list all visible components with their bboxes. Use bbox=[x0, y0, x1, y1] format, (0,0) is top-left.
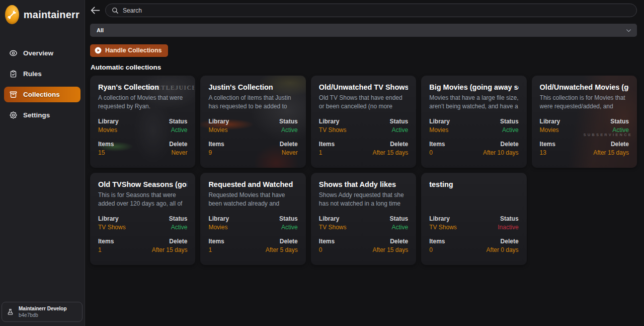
items-value: 1 bbox=[319, 149, 364, 156]
collection-card-old-tvshow-seasons[interactable]: Old TVShow Seasons (going aw This is for… bbox=[90, 173, 195, 265]
library-label: Library bbox=[540, 118, 585, 125]
items-value: 1 bbox=[98, 246, 143, 253]
card-description: Old TV Shows that have ended or been can… bbox=[319, 94, 408, 110]
delete-value: After 15 days bbox=[143, 246, 188, 253]
card-title: Big Movies (going away soon) bbox=[429, 83, 518, 91]
library-label: Library bbox=[208, 118, 253, 125]
library-value: TV Shows bbox=[98, 224, 143, 231]
filter-selected-value: All bbox=[97, 27, 104, 33]
collection-card-shows-that-addy-likes[interactable]: Shows that Addy likes Shows Addy request… bbox=[311, 173, 416, 265]
collection-card-justins-collection[interactable]: Justin's Collection A collection of item… bbox=[200, 76, 305, 168]
delete-value: After 5 days bbox=[253, 246, 298, 253]
library-value: TV Shows bbox=[429, 224, 474, 231]
topbar bbox=[90, 4, 637, 17]
status-label: Status bbox=[474, 118, 519, 125]
items-label: Items bbox=[208, 238, 253, 245]
status-label: Status bbox=[143, 215, 188, 222]
status-value: Active bbox=[584, 126, 629, 134]
status-value: Active bbox=[253, 224, 298, 231]
sidebar-item-label: Settings bbox=[23, 111, 50, 119]
items-label: Items bbox=[429, 141, 474, 148]
sidebar-item-label: Overview bbox=[23, 49, 53, 57]
card-title: testing bbox=[429, 180, 518, 188]
library-label: Library bbox=[98, 215, 143, 222]
card-title: Shows that Addy likes bbox=[319, 180, 408, 188]
archive-box-icon bbox=[9, 90, 18, 99]
card-description: Movies that have a large file size, aren… bbox=[429, 94, 518, 110]
delete-label: Delete bbox=[143, 238, 188, 245]
library-label: Library bbox=[319, 215, 364, 222]
items-value: 0 bbox=[429, 246, 474, 253]
delete-label: Delete bbox=[143, 141, 188, 148]
version-badge[interactable]: Maintainerr Develop b4e7bdb bbox=[2, 302, 83, 322]
items-value: 15 bbox=[98, 149, 143, 156]
collection-card-old-unwatched-tv-shows[interactable]: Old/Unwatched TV Shows (goi Old TV Shows… bbox=[311, 76, 416, 168]
play-circle-icon bbox=[95, 47, 102, 54]
beaker-icon bbox=[7, 308, 14, 316]
sidebar-item-rules[interactable]: Rules bbox=[4, 66, 80, 82]
delete-label: Delete bbox=[363, 141, 408, 148]
collection-card-big-movies[interactable]: Big Movies (going away soon) Movies that… bbox=[421, 76, 526, 168]
library-label: Library bbox=[429, 118, 474, 125]
app-title: maintainerr bbox=[24, 9, 79, 21]
items-label: Items bbox=[540, 141, 585, 148]
section-title: Automatic collections bbox=[91, 63, 637, 71]
delete-label: Delete bbox=[363, 238, 408, 245]
status-label: Status bbox=[253, 118, 298, 125]
version-hash: b4e7bdb bbox=[19, 312, 67, 318]
collection-card-ryans-collection[interactable]: BEETLEJUICE Ryan's Collection A collecti… bbox=[90, 76, 195, 168]
card-description: This collection is for Movies that were … bbox=[540, 94, 629, 110]
library-value: Movies bbox=[540, 126, 585, 134]
status-value: Active bbox=[363, 224, 408, 231]
version-title: Maintainerr Develop bbox=[19, 305, 67, 312]
delete-label: Delete bbox=[584, 141, 629, 148]
back-button[interactable] bbox=[90, 5, 101, 16]
card-title: Old/Unwatched Movies (going bbox=[540, 83, 629, 91]
library-filter-select[interactable]: All bbox=[90, 24, 637, 37]
library-value: Movies bbox=[208, 224, 253, 231]
card-title: Old TVShow Seasons (going aw bbox=[98, 180, 187, 188]
card-description bbox=[429, 191, 518, 208]
card-description: Shows Addy requested that she has not wa… bbox=[319, 191, 408, 208]
arrow-left-icon bbox=[90, 5, 101, 16]
card-description: A collection of Movies that were request… bbox=[98, 94, 187, 110]
collections-grid: BEETLEJUICE Ryan's Collection A collecti… bbox=[90, 76, 637, 265]
sidebar-item-settings[interactable]: Settings bbox=[4, 107, 80, 123]
delete-label: Delete bbox=[474, 141, 519, 148]
search-input[interactable] bbox=[123, 7, 630, 14]
handle-collections-button[interactable]: Handle Collections bbox=[90, 44, 168, 57]
library-value: TV Shows bbox=[319, 126, 364, 134]
card-title: Ryan's Collection bbox=[98, 83, 187, 91]
sidebar-item-label: Collections bbox=[23, 91, 60, 98]
eye-icon bbox=[9, 49, 18, 57]
gear-icon bbox=[9, 111, 18, 119]
app-logo[interactable]: maintainerr bbox=[0, 0, 85, 29]
delete-label: Delete bbox=[253, 238, 298, 245]
status-value: Active bbox=[143, 126, 188, 134]
items-value: 1 bbox=[208, 246, 253, 253]
sidebar: maintainerr Overview Rules Collections bbox=[0, 0, 85, 326]
status-label: Status bbox=[253, 215, 298, 222]
items-value: 0 bbox=[319, 246, 364, 253]
clipboard-check-icon bbox=[9, 70, 18, 78]
collection-card-old-unwatched-movies[interactable]: SUBSERVIENCE Old/Unwatched Movies (going… bbox=[532, 76, 637, 168]
collection-card-testing[interactable]: testing LibraryTV Shows StatusInactive I… bbox=[421, 173, 526, 265]
search-icon bbox=[112, 7, 119, 14]
sidebar-item-collections[interactable]: Collections bbox=[4, 87, 80, 102]
delete-label: Delete bbox=[474, 238, 519, 245]
chevron-down-icon bbox=[625, 27, 632, 34]
main-content: All Handle Collections Automatic collect… bbox=[85, 0, 644, 326]
status-label: Status bbox=[584, 118, 629, 125]
delete-value: After 10 days bbox=[474, 149, 519, 156]
items-label: Items bbox=[208, 141, 253, 148]
sidebar-item-overview[interactable]: Overview bbox=[4, 45, 80, 61]
collection-card-requested-and-watched[interactable]: Requested and Watched Requested Movies t… bbox=[200, 173, 305, 265]
card-description: A collection of items that Justin has re… bbox=[208, 94, 297, 110]
library-value: Movies bbox=[98, 126, 143, 134]
status-label: Status bbox=[363, 118, 408, 125]
delete-value: Never bbox=[143, 149, 188, 156]
delete-value: After 15 days bbox=[584, 149, 629, 156]
items-value: 0 bbox=[429, 149, 474, 156]
search-bar[interactable] bbox=[105, 4, 637, 17]
library-value: Movies bbox=[208, 126, 253, 134]
